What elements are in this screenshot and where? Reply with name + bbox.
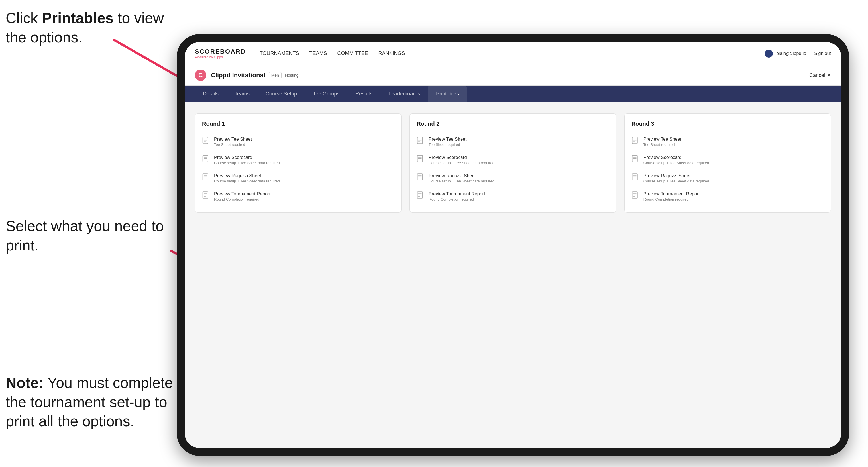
round-1-column: Round 1 Preview Tee Sheet Tee Sheet requ… <box>195 114 402 213</box>
round-1-title: Round 1 <box>202 121 394 127</box>
round1-raguzzi-sub: Course setup + Tee Sheet data required <box>214 179 280 183</box>
scorecard-icon <box>202 155 210 164</box>
round2-tournament-report[interactable]: Preview Tournament Report Round Completi… <box>416 187 609 206</box>
round1-scorecard-text: Preview Scorecard Course setup + Tee She… <box>214 155 280 165</box>
round2-scorecard[interactable]: Preview Scorecard Course setup + Tee She… <box>416 151 609 169</box>
tournament-name: Clippd Invitational <box>211 71 265 79</box>
tab-tee-groups[interactable]: Tee Groups <box>305 86 347 102</box>
round2-tournament-report-sub: Round Completion required <box>429 197 485 201</box>
nav-tournaments[interactable]: TOURNAMENTS <box>259 49 299 58</box>
round1-tournament-report-text: Preview Tournament Report Round Completi… <box>214 191 271 201</box>
rounds-container: Round 1 Preview Tee Sheet Tee Sheet requ… <box>195 114 831 213</box>
logo-title: SCOREBOARD <box>195 48 246 55</box>
round3-tee-sheet[interactable]: Preview Tee Sheet Tee Sheet required <box>631 133 824 151</box>
raguzzi-icon <box>202 173 210 182</box>
round2-tee-sheet-title: Preview Tee Sheet <box>429 137 466 142</box>
scoreboard-logo: SCOREBOARD Powered by clippd <box>195 48 246 59</box>
tablet-device: SCOREBOARD Powered by clippd TOURNAMENTS… <box>177 34 849 456</box>
round1-tee-sheet-sub: Tee Sheet required <box>214 143 252 147</box>
user-email: blair@clippd.io <box>776 51 806 56</box>
round2-tee-sheet-icon <box>416 137 425 146</box>
main-content: Round 1 Preview Tee Sheet Tee Sheet requ… <box>185 102 841 448</box>
round2-raguzzi-sub: Course setup + Tee Sheet data required <box>429 179 494 183</box>
instruction-middle-text: Select what you need to print. <box>6 218 164 254</box>
tournament-header: C Clippd Invitational Men Hosting Cancel… <box>185 65 841 86</box>
round3-scorecard-text: Preview Scorecard Course setup + Tee She… <box>644 155 709 165</box>
round3-scorecard-icon <box>631 155 640 164</box>
logo-sub: Powered by clippd <box>195 55 246 59</box>
instruction-bottom-text: Note: You must complete the tournament s… <box>6 374 173 429</box>
tablet-screen: SCOREBOARD Powered by clippd TOURNAMENTS… <box>185 42 841 448</box>
round2-tee-sheet-sub: Tee Sheet required <box>429 143 466 147</box>
separator: | <box>810 51 811 56</box>
round2-tee-sheet[interactable]: Preview Tee Sheet Tee Sheet required <box>416 133 609 151</box>
round3-tee-sheet-title: Preview Tee Sheet <box>644 137 681 142</box>
round-2-column: Round 2 Preview Tee Sheet Tee Sheet requ… <box>409 114 616 213</box>
round3-scorecard[interactable]: Preview Scorecard Course setup + Tee She… <box>631 151 824 169</box>
round3-scorecard-title: Preview Scorecard <box>644 155 709 160</box>
round1-tee-sheet[interactable]: Preview Tee Sheet Tee Sheet required <box>202 133 394 151</box>
nav-committee[interactable]: COMMITTEE <box>337 49 368 58</box>
round3-raguzzi-sub: Course setup + Tee Sheet data required <box>644 179 709 183</box>
instruction-middle: Select what you need to print. <box>6 217 171 255</box>
round1-raguzzi-title: Preview Raguzzi Sheet <box>214 173 280 178</box>
round1-tee-sheet-text: Preview Tee Sheet Tee Sheet required <box>214 137 252 147</box>
round1-tournament-report-sub: Round Completion required <box>214 197 271 201</box>
round-3-title: Round 3 <box>631 121 824 127</box>
top-nav-right: blair@clippd.io | Sign out <box>765 50 831 58</box>
sign-out-link[interactable]: Sign out <box>814 51 831 56</box>
round2-raguzzi-text: Preview Raguzzi Sheet Course setup + Tee… <box>429 173 494 183</box>
round2-tee-sheet-text: Preview Tee Sheet Tee Sheet required <box>429 137 466 147</box>
round1-scorecard[interactable]: Preview Scorecard Course setup + Tee She… <box>202 151 394 169</box>
round3-tournament-report-sub: Round Completion required <box>644 197 700 201</box>
cancel-button[interactable]: Cancel ✕ <box>809 72 831 79</box>
round2-raguzzi[interactable]: Preview Raguzzi Sheet Course setup + Tee… <box>416 169 609 187</box>
round1-tournament-report-title: Preview Tournament Report <box>214 191 271 196</box>
round3-scorecard-sub: Course setup + Tee Sheet data required <box>644 161 709 165</box>
round2-tournament-report-icon <box>416 191 425 200</box>
round2-scorecard-text: Preview Scorecard Course setup + Tee She… <box>429 155 494 165</box>
round-3-column: Round 3 Preview Tee Sheet Tee Sheet requ… <box>624 114 831 213</box>
round3-raguzzi-icon <box>631 173 640 182</box>
tournament-report-icon <box>202 191 210 200</box>
tab-details[interactable]: Details <box>195 86 226 102</box>
round1-scorecard-title: Preview Scorecard <box>214 155 280 160</box>
top-nav-links: TOURNAMENTS TEAMS COMMITTEE RANKINGS <box>259 49 765 58</box>
round1-tournament-report[interactable]: Preview Tournament Report Round Completi… <box>202 187 394 206</box>
nav-rankings[interactable]: RANKINGS <box>378 49 405 58</box>
round2-tournament-report-text: Preview Tournament Report Round Completi… <box>429 191 485 201</box>
user-avatar <box>765 50 773 58</box>
tournament-logo: C <box>195 69 206 81</box>
round3-tee-sheet-sub: Tee Sheet required <box>644 143 681 147</box>
round2-raguzzi-title: Preview Raguzzi Sheet <box>429 173 494 178</box>
round3-tournament-report-title: Preview Tournament Report <box>644 191 700 196</box>
round2-scorecard-title: Preview Scorecard <box>429 155 494 160</box>
tournament-badge: Men <box>269 72 282 79</box>
tab-teams[interactable]: Teams <box>226 86 258 102</box>
tab-course-setup[interactable]: Course Setup <box>258 86 305 102</box>
round1-tee-sheet-title: Preview Tee Sheet <box>214 137 252 142</box>
tournament-status: Hosting <box>285 73 298 77</box>
round3-raguzzi[interactable]: Preview Raguzzi Sheet Course setup + Tee… <box>631 169 824 187</box>
round1-raguzzi[interactable]: Preview Raguzzi Sheet Course setup + Tee… <box>202 169 394 187</box>
round1-raguzzi-text: Preview Raguzzi Sheet Course setup + Tee… <box>214 173 280 183</box>
round3-tournament-report-text: Preview Tournament Report Round Completi… <box>644 191 700 201</box>
sub-nav: Details Teams Course Setup Tee Groups Re… <box>185 86 841 102</box>
round3-tee-sheet-text: Preview Tee Sheet Tee Sheet required <box>644 137 681 147</box>
instruction-bottom: Note: You must complete the tournament s… <box>6 373 182 431</box>
nav-teams[interactable]: TEAMS <box>309 49 327 58</box>
round2-tournament-report-title: Preview Tournament Report <box>429 191 485 196</box>
round3-raguzzi-title: Preview Raguzzi Sheet <box>644 173 709 178</box>
top-nav: SCOREBOARD Powered by clippd TOURNAMENTS… <box>185 42 841 65</box>
round3-tournament-report[interactable]: Preview Tournament Report Round Completi… <box>631 187 824 206</box>
round3-tournament-report-icon <box>631 191 640 200</box>
round-2-title: Round 2 <box>416 121 609 127</box>
tab-printables[interactable]: Printables <box>428 86 467 102</box>
round3-tee-sheet-icon <box>631 137 640 146</box>
round2-scorecard-icon <box>416 155 425 164</box>
tab-leaderboards[interactable]: Leaderboards <box>380 86 428 102</box>
tab-results[interactable]: Results <box>347 86 380 102</box>
round1-scorecard-sub: Course setup + Tee Sheet data required <box>214 161 280 165</box>
round3-raguzzi-text: Preview Raguzzi Sheet Course setup + Tee… <box>644 173 709 183</box>
tee-sheet-icon <box>202 137 210 146</box>
